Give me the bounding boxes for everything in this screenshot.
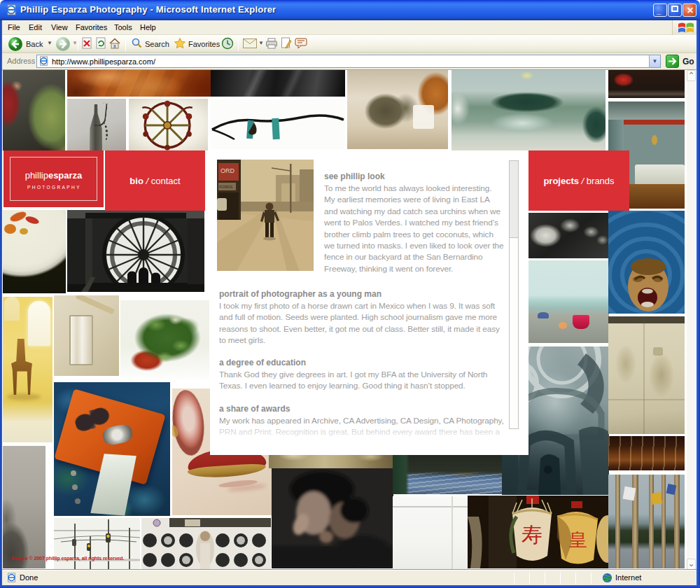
svg-text:寿: 寿 <box>522 523 542 546</box>
svg-text:FORDS: FORDS <box>219 185 233 189</box>
svg-text:皇: 皇 <box>569 530 587 550</box>
svg-text:ORD: ORD <box>220 167 235 174</box>
